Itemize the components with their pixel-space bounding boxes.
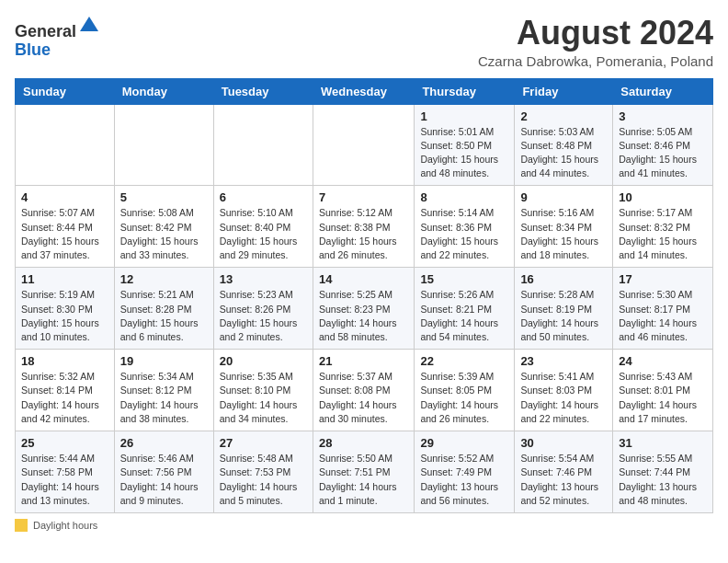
calendar-cell: 26Sunrise: 5:46 AM Sunset: 7:56 PM Dayli… — [114, 431, 213, 513]
day-number: 14 — [319, 272, 408, 286]
col-header-tuesday: Tuesday — [213, 78, 313, 104]
calendar-week-row: 11Sunrise: 5:19 AM Sunset: 8:30 PM Dayli… — [16, 268, 713, 350]
footer-note: Daylight hours — [15, 519, 713, 532]
day-number: 10 — [619, 190, 707, 204]
col-header-friday: Friday — [515, 78, 613, 104]
day-number: 19 — [120, 354, 208, 368]
day-info: Sunrise: 5:55 AM Sunset: 7:44 PM Dayligh… — [619, 452, 707, 508]
day-info: Sunrise: 5:37 AM Sunset: 8:08 PM Dayligh… — [319, 370, 408, 426]
calendar-cell: 14Sunrise: 5:25 AM Sunset: 8:23 PM Dayli… — [313, 268, 414, 350]
day-info: Sunrise: 5:48 AM Sunset: 7:53 PM Dayligh… — [220, 452, 307, 508]
calendar-cell: 12Sunrise: 5:21 AM Sunset: 8:28 PM Dayli… — [114, 268, 213, 350]
day-number: 31 — [619, 436, 707, 450]
calendar-cell: 4Sunrise: 5:07 AM Sunset: 8:44 PM Daylig… — [16, 186, 115, 268]
day-info: Sunrise: 5:32 AM Sunset: 8:14 PM Dayligh… — [21, 370, 108, 426]
calendar-cell: 30Sunrise: 5:54 AM Sunset: 7:46 PM Dayli… — [515, 431, 613, 513]
calendar-cell — [313, 104, 414, 186]
day-number: 21 — [319, 354, 408, 368]
day-number: 22 — [420, 354, 508, 368]
col-header-saturday: Saturday — [613, 78, 713, 104]
day-info: Sunrise: 5:52 AM Sunset: 7:49 PM Dayligh… — [420, 452, 508, 508]
col-header-thursday: Thursday — [415, 78, 515, 104]
svg-marker-0 — [80, 17, 98, 31]
day-info: Sunrise: 5:46 AM Sunset: 7:56 PM Dayligh… — [120, 452, 208, 508]
calendar-cell — [16, 104, 115, 186]
day-number: 30 — [520, 436, 607, 450]
logo-general: General — [15, 22, 76, 40]
day-info: Sunrise: 5:41 AM Sunset: 8:03 PM Dayligh… — [520, 370, 607, 426]
calendar-cell: 28Sunrise: 5:50 AM Sunset: 7:51 PM Dayli… — [313, 431, 414, 513]
calendar-week-row: 1Sunrise: 5:01 AM Sunset: 8:50 PM Daylig… — [16, 104, 713, 186]
calendar-cell — [114, 104, 213, 186]
day-info: Sunrise: 5:21 AM Sunset: 8:28 PM Dayligh… — [120, 288, 208, 344]
day-info: Sunrise: 5:08 AM Sunset: 8:42 PM Dayligh… — [120, 206, 208, 262]
calendar-cell: 18Sunrise: 5:32 AM Sunset: 8:14 PM Dayli… — [16, 350, 115, 431]
calendar-cell: 7Sunrise: 5:12 AM Sunset: 8:38 PM Daylig… — [313, 186, 414, 268]
calendar-cell: 10Sunrise: 5:17 AM Sunset: 8:32 PM Dayli… — [613, 186, 713, 268]
calendar-cell: 22Sunrise: 5:39 AM Sunset: 8:05 PM Dayli… — [415, 350, 515, 431]
day-number: 17 — [619, 272, 707, 286]
day-info: Sunrise: 5:39 AM Sunset: 8:05 PM Dayligh… — [420, 370, 508, 426]
calendar-cell: 31Sunrise: 5:55 AM Sunset: 7:44 PM Dayli… — [613, 431, 713, 513]
day-info: Sunrise: 5:43 AM Sunset: 8:01 PM Dayligh… — [619, 370, 707, 426]
calendar-cell: 15Sunrise: 5:26 AM Sunset: 8:21 PM Dayli… — [415, 268, 515, 350]
day-info: Sunrise: 5:35 AM Sunset: 8:10 PM Dayligh… — [220, 370, 307, 426]
day-info: Sunrise: 5:50 AM Sunset: 7:51 PM Dayligh… — [319, 452, 408, 508]
calendar-week-row: 4Sunrise: 5:07 AM Sunset: 8:44 PM Daylig… — [16, 186, 713, 268]
calendar-cell: 16Sunrise: 5:28 AM Sunset: 8:19 PM Dayli… — [515, 268, 613, 350]
day-number: 11 — [21, 272, 108, 286]
page-header: General Blue August 2024 Czarna Dabrowka… — [15, 15, 713, 69]
day-number: 23 — [520, 354, 607, 368]
calendar-cell: 17Sunrise: 5:30 AM Sunset: 8:17 PM Dayli… — [613, 268, 713, 350]
calendar-cell: 11Sunrise: 5:19 AM Sunset: 8:30 PM Dayli… — [16, 268, 115, 350]
day-number: 7 — [319, 190, 408, 204]
day-number: 9 — [520, 190, 607, 204]
day-number: 29 — [420, 436, 508, 450]
col-header-monday: Monday — [114, 78, 213, 104]
calendar-cell: 24Sunrise: 5:43 AM Sunset: 8:01 PM Dayli… — [613, 350, 713, 431]
calendar-cell: 13Sunrise: 5:23 AM Sunset: 8:26 PM Dayli… — [213, 268, 313, 350]
day-info: Sunrise: 5:17 AM Sunset: 8:32 PM Dayligh… — [619, 206, 707, 262]
day-info: Sunrise: 5:16 AM Sunset: 8:34 PM Dayligh… — [520, 206, 607, 262]
day-info: Sunrise: 5:07 AM Sunset: 8:44 PM Dayligh… — [21, 206, 108, 262]
calendar-cell: 23Sunrise: 5:41 AM Sunset: 8:03 PM Dayli… — [515, 350, 613, 431]
calendar-body: 1Sunrise: 5:01 AM Sunset: 8:50 PM Daylig… — [16, 104, 713, 512]
calendar-cell — [213, 104, 313, 186]
day-info: Sunrise: 5:01 AM Sunset: 8:50 PM Dayligh… — [420, 125, 508, 181]
logo-icon — [78, 15, 100, 37]
logo-blue: Blue — [15, 40, 51, 59]
location-subtitle: Czarna Dabrowka, Pomerania, Poland — [478, 53, 713, 69]
calendar-week-row: 18Sunrise: 5:32 AM Sunset: 8:14 PM Dayli… — [16, 350, 713, 431]
calendar-cell: 19Sunrise: 5:34 AM Sunset: 8:12 PM Dayli… — [114, 350, 213, 431]
calendar-cell: 27Sunrise: 5:48 AM Sunset: 7:53 PM Dayli… — [213, 431, 313, 513]
day-info: Sunrise: 5:34 AM Sunset: 8:12 PM Dayligh… — [120, 370, 208, 426]
calendar-cell: 8Sunrise: 5:14 AM Sunset: 8:36 PM Daylig… — [415, 186, 515, 268]
day-number: 4 — [21, 190, 108, 204]
day-info: Sunrise: 5:30 AM Sunset: 8:17 PM Dayligh… — [619, 288, 707, 344]
day-number: 3 — [619, 109, 707, 123]
calendar-cell: 1Sunrise: 5:01 AM Sunset: 8:50 PM Daylig… — [415, 104, 515, 186]
day-info: Sunrise: 5:14 AM Sunset: 8:36 PM Dayligh… — [420, 206, 508, 262]
calendar-cell: 5Sunrise: 5:08 AM Sunset: 8:42 PM Daylig… — [114, 186, 213, 268]
day-number: 25 — [21, 436, 108, 450]
day-number: 6 — [220, 190, 307, 204]
calendar-cell: 21Sunrise: 5:37 AM Sunset: 8:08 PM Dayli… — [313, 350, 414, 431]
day-info: Sunrise: 5:19 AM Sunset: 8:30 PM Dayligh… — [21, 288, 108, 344]
day-number: 18 — [21, 354, 108, 368]
daylight-label: Daylight hours — [33, 520, 97, 531]
col-header-sunday: Sunday — [16, 78, 115, 104]
day-number: 1 — [420, 109, 508, 123]
day-info: Sunrise: 5:10 AM Sunset: 8:40 PM Dayligh… — [220, 206, 307, 262]
day-number: 28 — [319, 436, 408, 450]
calendar-cell: 20Sunrise: 5:35 AM Sunset: 8:10 PM Dayli… — [213, 350, 313, 431]
day-info: Sunrise: 5:05 AM Sunset: 8:46 PM Dayligh… — [619, 125, 707, 181]
calendar-week-row: 25Sunrise: 5:44 AM Sunset: 7:58 PM Dayli… — [16, 431, 713, 513]
calendar-cell: 3Sunrise: 5:05 AM Sunset: 8:46 PM Daylig… — [613, 104, 713, 186]
day-info: Sunrise: 5:54 AM Sunset: 7:46 PM Dayligh… — [520, 452, 607, 508]
day-number: 24 — [619, 354, 707, 368]
day-info: Sunrise: 5:23 AM Sunset: 8:26 PM Dayligh… — [220, 288, 307, 344]
day-number: 12 — [120, 272, 208, 286]
day-info: Sunrise: 5:26 AM Sunset: 8:21 PM Dayligh… — [420, 288, 508, 344]
title-section: August 2024 Czarna Dabrowka, Pomerania, … — [478, 15, 713, 69]
calendar-header-row: SundayMondayTuesdayWednesdayThursdayFrid… — [16, 78, 713, 104]
